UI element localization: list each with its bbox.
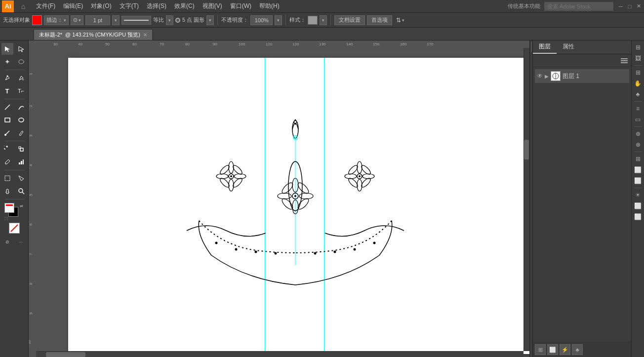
stroke-type-dropdown[interactable]: ⊙ ▾ (71, 15, 83, 25)
default-colors-icon[interactable]: ⬚ (4, 216, 8, 221)
rmini-btn-1[interactable]: ⊞ (633, 42, 643, 52)
stroke-dropdown[interactable]: 描边： ▾ (44, 15, 69, 25)
proportion-label: 等比 (153, 16, 164, 24)
stock-search[interactable] (544, 2, 613, 11)
style-dropdown[interactable]: ▾ (320, 15, 327, 25)
properties-tab[interactable]: 属性 (557, 40, 580, 54)
rmini-btn-3[interactable]: ⊞ (633, 68, 643, 78)
svg-point-52 (281, 181, 294, 195)
artboard-tool[interactable] (1, 172, 13, 184)
panel-btn-2[interactable]: ⬜ (547, 344, 558, 355)
rmini-btn-15[interactable]: ⬜ (633, 212, 643, 222)
svg-text:7: 7 (29, 253, 33, 255)
rmini-btn-7[interactable]: ▭ (633, 115, 643, 124)
svg-point-5 (19, 118, 24, 122)
rmini-btn-14[interactable]: ⬜ (633, 201, 643, 211)
layer-item-1[interactable]: 👁 ▶ 图层 1 (535, 69, 629, 83)
rect-tool[interactable] (1, 114, 13, 126)
scrollbar-thumb-h[interactable] (46, 352, 85, 357)
scrollbar-horizontal[interactable] (36, 351, 523, 357)
maximize-button[interactable]: □ (626, 3, 633, 10)
rmini-btn-13[interactable]: ☀ (633, 190, 643, 200)
menu-file[interactable]: 文件(F) (33, 1, 59, 11)
scrollbar-thumb-v[interactable] (524, 140, 529, 159)
layer-visibility-icon[interactable]: 👁 (537, 73, 543, 79)
stroke-width-dropdown[interactable]: ▾ (112, 15, 120, 25)
rotate-tool[interactable] (1, 143, 13, 155)
eyedropper-tool[interactable] (1, 156, 13, 168)
workspace-dropdown[interactable]: 传统基本功能 (508, 2, 540, 10)
scrollbar-vertical[interactable] (523, 48, 529, 351)
panel-btn-4[interactable]: ♣ (572, 344, 583, 355)
menu-bar: Ai ⌂ 文件(F) 编辑(E) 对象(O) 文字(T) 选择(S) 效果(C)… (0, 0, 644, 13)
point-type-dropdown[interactable]: ▾ (206, 15, 214, 25)
preferences-button[interactable]: 首选项 (367, 15, 392, 25)
minimize-button[interactable]: ─ (617, 3, 624, 10)
stroke-swatch[interactable] (32, 15, 42, 25)
line-segment-tool[interactable] (1, 101, 13, 113)
svg-text:110: 110 (266, 42, 273, 46)
direct-selection-tool[interactable] (15, 43, 27, 55)
none-fill-swatch[interactable] (9, 223, 20, 234)
menu-view[interactable]: 视图(V) (199, 1, 226, 11)
close-button[interactable]: ✕ (635, 3, 642, 10)
add-anchor-tool[interactable]: + (15, 72, 27, 84)
right-panel: 图层 属性 👁 ▶ 图层 1 (532, 40, 631, 357)
menu-effect[interactable]: 效果(C) (171, 1, 198, 11)
magic-wand-tool[interactable]: ✦ (1, 56, 13, 68)
rmini-btn-5[interactable]: ♣ (633, 89, 643, 99)
type-tool[interactable]: T (1, 85, 13, 97)
opacity-dropdown[interactable]: ▾ (275, 15, 282, 25)
foreground-color-swatch[interactable] (4, 203, 14, 213)
tab-close-button[interactable]: ✕ (143, 32, 147, 38)
canvas-area: 30 40 50 60 70 80 90 100 110 120 130 140… (29, 40, 529, 357)
rmini-btn-10[interactable]: ⊞ (633, 154, 643, 164)
rmini-btn-6[interactable]: ≡ (633, 104, 643, 114)
swap-colors-icon[interactable]: ⇄ (20, 204, 23, 208)
graph-tool[interactable] (15, 156, 27, 168)
rmini-btn-11[interactable]: ⬜ (633, 165, 643, 175)
artboard (68, 58, 529, 354)
lasso-tool[interactable] (15, 56, 27, 68)
menu-object[interactable]: 对象(O) (87, 1, 115, 11)
area-type-tool[interactable]: T⌐ (15, 85, 27, 97)
svg-point-84 (334, 251, 336, 253)
none-icon[interactable]: ⊘ (1, 236, 13, 248)
rmini-btn-12[interactable]: ⬜ (633, 176, 643, 186)
pencil-tool[interactable] (15, 127, 27, 139)
doc-settings-button[interactable]: 文档设置 (334, 15, 365, 25)
arc-tool[interactable] (15, 101, 27, 113)
rmini-btn-4[interactable]: ✋ (633, 79, 643, 88)
more-tools[interactable]: ··· (15, 236, 27, 248)
slice-tool[interactable] (15, 172, 27, 184)
document-tab[interactable]: 未标题-2* @ 143.21% (CMYK/GPU 预览) ✕ (34, 29, 153, 40)
hand-tool[interactable] (1, 185, 13, 197)
layer-1-name[interactable]: 图层 1 (563, 72, 579, 80)
pen-tool[interactable] (1, 72, 13, 84)
rmini-btn-8[interactable]: ⊕ (633, 129, 643, 139)
layers-tab[interactable]: 图层 (533, 40, 557, 54)
ellipse-tool[interactable] (15, 114, 27, 126)
scale-tool[interactable] (15, 143, 27, 155)
rmini-btn-2[interactable]: 🖼 (633, 53, 643, 63)
svg-point-82 (373, 242, 376, 244)
selection-tool[interactable] (1, 43, 13, 55)
stroke-width-input[interactable] (85, 15, 110, 25)
zoom-tool[interactable] (15, 185, 27, 197)
menu-text[interactable]: 文字(T) (116, 1, 142, 11)
ruler-horizontal: 30 40 50 60 70 80 90 100 110 120 130 140… (29, 40, 529, 48)
menu-select[interactable]: 选择(S) (143, 1, 170, 11)
layer-expand-icon[interactable]: ▶ (545, 74, 549, 79)
panel-btn-3[interactable]: ⚡ (560, 344, 570, 355)
layers-panel-menu-icon[interactable] (620, 57, 628, 65)
menu-window[interactable]: 窗口(W) (227, 1, 255, 11)
proportion-dropdown[interactable]: ▾ (166, 15, 173, 25)
menu-edit[interactable]: 编辑(E) (60, 1, 86, 11)
menu-help[interactable]: 帮助(H) (256, 1, 283, 11)
paintbrush-tool[interactable] (1, 127, 13, 139)
opacity-input[interactable] (250, 15, 273, 25)
home-icon[interactable]: ⌂ (18, 1, 29, 12)
panel-btn-1[interactable]: ⊞ (535, 344, 546, 355)
arrange-dropdown[interactable]: ⇅ ▾ (396, 17, 404, 24)
rmini-btn-9[interactable]: ⊗ (633, 140, 643, 150)
